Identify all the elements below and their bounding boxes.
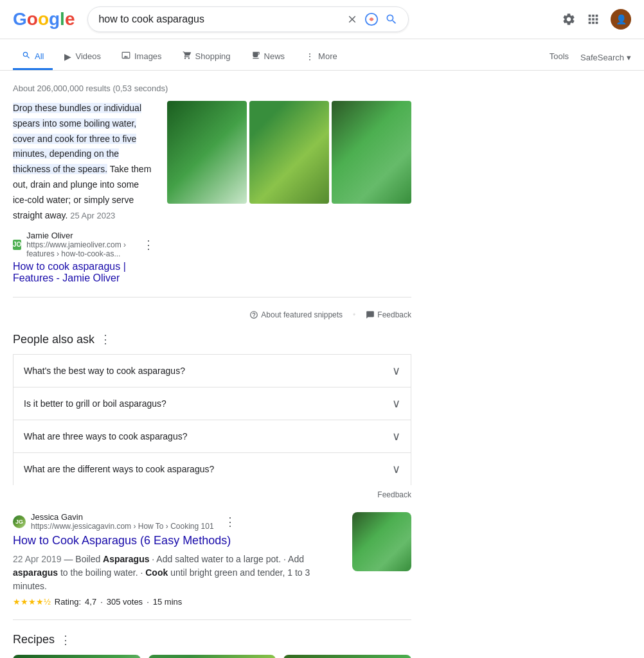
snippet-source: JO Jamie Oliver https://www.jamieoliver.… — [13, 231, 154, 258]
avatar[interactable]: 👤 — [611, 9, 631, 30]
recipe-thumb-3 — [283, 655, 411, 658]
rating-count: 305 votes — [107, 597, 143, 607]
search-nav-icon — [22, 51, 31, 62]
apps-icon — [586, 12, 600, 26]
result-favicon: JG — [13, 515, 26, 528]
search-input[interactable] — [98, 13, 340, 25]
snippet-image-2[interactable] — [249, 101, 329, 204]
header: Google — [0, 0, 644, 39]
snippet-feedback[interactable]: Feedback — [366, 310, 411, 319]
apps-button[interactable] — [586, 12, 600, 26]
gear-icon — [562, 12, 576, 26]
about-featured-snippets[interactable]: About featured snippets — [249, 310, 343, 319]
featured-snippet: Drop these bundles or individual spears … — [13, 101, 411, 298]
recipes-section: Recipes ⋮ How to Cook Asparagus Jessica … — [13, 633, 411, 658]
tab-more[interactable]: ⋮ More — [296, 45, 346, 70]
search-results: About 206,000,000 results (0,53 seconds)… — [13, 84, 411, 658]
tab-videos[interactable]: ▶ Videos — [55, 45, 110, 70]
more-nav-icon: ⋮ — [305, 51, 314, 62]
source-name: Jamie Oliver — [26, 231, 138, 240]
paa-item-2[interactable]: Is it better to grill or boil asparagus?… — [13, 387, 411, 420]
news-nav-icon — [251, 51, 260, 62]
tab-news[interactable]: News — [242, 44, 294, 70]
rating-label: Rating: — [55, 597, 81, 607]
tab-all[interactable]: All — [13, 44, 53, 70]
search-bar — [87, 6, 409, 32]
rating-stars: ★★★★½ — [13, 597, 51, 607]
result-source: JG Jessica Gavin https://www.jessicagavi… — [13, 512, 342, 531]
recipes-header: Recipes ⋮ — [13, 633, 411, 647]
recipe-card-1[interactable]: How to Cook Asparagus Jessica Gavin ★★★★… — [13, 655, 141, 658]
search-button[interactable] — [385, 13, 398, 26]
result-snippet: 22 Apr 2019 — Boiled Asparagus · Add sal… — [13, 553, 342, 593]
chevron-down-icon: ∨ — [392, 364, 400, 378]
paa-more-options[interactable]: ⋮ — [100, 332, 111, 346]
shopping-nav-icon — [183, 51, 192, 62]
chevron-down-icon: ∨ — [392, 396, 400, 411]
paa-item-4[interactable]: What are the different ways to cook aspa… — [13, 452, 411, 485]
chevron-down-icon: ∨ — [392, 462, 400, 476]
result-site-name: Jessica Gavin — [31, 512, 214, 522]
chevron-down-icon: ▾ — [627, 53, 631, 62]
snippet-text-area: Drop these bundles or individual spears … — [13, 101, 154, 284]
search-icon — [385, 13, 398, 26]
result-more-options[interactable]: ⋮ — [224, 515, 236, 529]
google-logo[interactable]: Google — [13, 9, 75, 30]
results-count: About 206,000,000 results (0,53 seconds) — [13, 84, 411, 93]
main-content: About 206,000,000 results (0,53 seconds)… — [0, 71, 644, 658]
search-result-1: JG Jessica Gavin https://www.jessicagavi… — [13, 512, 411, 619]
paa-feedback[interactable]: Feedback — [13, 490, 411, 499]
lens-icon — [364, 12, 379, 26]
paa-section: People also ask ⋮ What's the best way to… — [13, 332, 411, 499]
paa-item-3[interactable]: What are three ways to cook asparagus? ∨ — [13, 420, 411, 452]
source-favicon: JO — [13, 240, 21, 250]
recipe-card-2[interactable]: How to cook asparagus BBC Good Food No r… — [148, 655, 276, 658]
result-title[interactable]: How to Cook Asparagus (6 Easy Methods) — [13, 533, 342, 548]
source-url: https://www.jamieoliver.com › features ›… — [26, 240, 138, 258]
result-rating: ★★★★½ Rating: 4,7 · 305 votes · 15 mins — [13, 597, 342, 607]
question-icon — [249, 310, 258, 319]
snippet-images — [167, 101, 411, 284]
feedback-icon — [366, 310, 375, 319]
snippet-more-options[interactable]: ⋮ — [143, 238, 154, 252]
recipe-thumb-1 — [13, 655, 141, 658]
result-thumbnail[interactable] — [352, 512, 411, 571]
recipes-more-options[interactable]: ⋮ — [60, 633, 71, 647]
recipe-card-3[interactable]: How To Cook Asparagus Delish.com ★★★★½ 4… — [283, 655, 411, 658]
images-nav-icon — [121, 51, 130, 62]
chevron-down-icon: ∨ — [392, 429, 400, 443]
snippet-source-link[interactable]: How to cook asparagus | Features - Jamie… — [13, 261, 154, 284]
tab-shopping[interactable]: Shopping — [174, 44, 240, 70]
snippet-image-3[interactable] — [332, 101, 411, 204]
snippet-footer: About featured snippets • Feedback — [13, 310, 411, 319]
tools-button[interactable]: Tools — [541, 45, 578, 69]
recipes-grid: How to Cook Asparagus Jessica Gavin ★★★★… — [13, 655, 411, 658]
close-icon — [346, 13, 358, 25]
clear-search-button[interactable] — [346, 13, 358, 25]
snippet-date: 25 Apr 2023 — [70, 211, 115, 220]
nav-tabs: All ▶ Videos Images Shopping News ⋮ More… — [0, 39, 644, 71]
video-nav-icon: ▶ — [64, 51, 71, 62]
cook-time: 15 mins — [153, 597, 183, 607]
tab-images[interactable]: Images — [112, 44, 171, 70]
recipe-thumb-2 — [148, 655, 276, 658]
snippet-image-1[interactable] — [167, 101, 247, 204]
settings-button[interactable] — [562, 12, 576, 26]
result-url: https://www.jessicagavin.com › How To › … — [31, 522, 214, 531]
rating-value: 4,7 — [85, 597, 96, 607]
paa-header: People also ask ⋮ — [13, 332, 411, 346]
lens-search-button[interactable] — [364, 12, 379, 26]
header-right: 👤 — [562, 9, 631, 30]
paa-item-1[interactable]: What's the best way to cook asparagus? ∨ — [13, 354, 411, 387]
safe-search[interactable]: SafeSearch ▾ — [580, 46, 631, 69]
